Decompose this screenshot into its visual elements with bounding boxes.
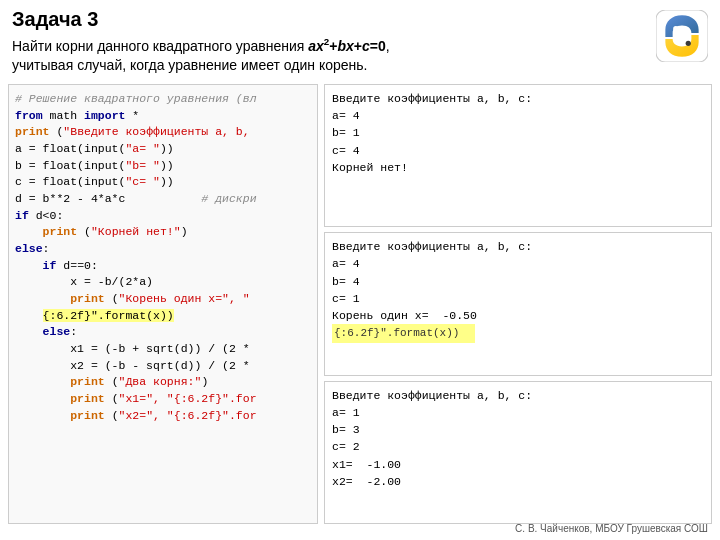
out3-line5: x1= -1.00 xyxy=(332,456,704,473)
code-line: d = b**2 - 4*a*c # дискри xyxy=(15,191,311,208)
code-line: print ("Корней нет!") xyxy=(15,224,311,241)
out1-line3: b= 1 xyxy=(332,124,704,141)
code-line: c = float(input("c= ")) xyxy=(15,174,311,191)
out2-highlight: {:6.2f}".format(x)) xyxy=(332,324,475,343)
code-line: print ("Введите коэффициенты a, b, xyxy=(15,124,311,141)
svg-point-2 xyxy=(686,41,691,46)
code-line: print ("Корень один x=", " xyxy=(15,291,311,308)
out3-line2: a= 1 xyxy=(332,404,704,421)
out2-line4: c= 1 xyxy=(332,290,704,307)
code-line: print ("x2=", "{:6.2f}".for xyxy=(15,408,311,425)
out3-line3: b= 3 xyxy=(332,421,704,438)
code-line: {:6.2f}".format(x)) xyxy=(15,308,311,325)
code-line: if d==0: xyxy=(15,258,311,275)
code-line: x1 = (-b + sqrt(d)) / (2 * xyxy=(15,341,311,358)
output-panel-3: Введите коэффициенты a, b, c: a= 1 b= 3 … xyxy=(324,381,712,524)
header-text-block: Задача 3 Найти корни данного квадратного… xyxy=(12,8,644,76)
out2-line3: b= 4 xyxy=(332,273,704,290)
out2-line2: a= 4 xyxy=(332,255,704,272)
out2-line1: Введите коэффициенты a, b, c: xyxy=(332,238,704,255)
out1-line1: Введите коэффициенты a, b, c: xyxy=(332,90,704,107)
header: Задача 3 Найти корни данного квадратного… xyxy=(0,0,720,84)
task-subtitle: Найти корни данного квадратного уравнени… xyxy=(12,35,644,76)
code-line: # Решение квадратного уравнения (вл xyxy=(15,91,311,108)
out3-line4: c= 2 xyxy=(332,438,704,455)
out1-line2: a= 4 xyxy=(332,107,704,124)
code-line: else: xyxy=(15,324,311,341)
code-line: else: xyxy=(15,241,311,258)
out2-line5: Корень один x= -0.50 xyxy=(332,307,704,324)
out3-line6: x2= -2.00 xyxy=(332,473,704,490)
code-line: print ("x1=", "{:6.2f}".for xyxy=(15,391,311,408)
output-panels: Введите коэффициенты a, b, c: a= 4 b= 1 … xyxy=(324,84,712,524)
footer-text: С. В. Чайченков, МБОУ Грушевская СОШ xyxy=(515,523,708,534)
main-content: # Решение квадратного уравнения (вл from… xyxy=(0,84,720,524)
code-line: x = -b/(2*a) xyxy=(15,274,311,291)
out1-line5: Корней нет! xyxy=(332,159,704,176)
code-panel: # Решение квадратного уравнения (вл from… xyxy=(8,84,318,524)
task-label: Задача 3 xyxy=(12,8,98,30)
output-panel-2: Введите коэффициенты a, b, c: a= 4 b= 4 … xyxy=(324,232,712,375)
code-line: from math import * xyxy=(15,108,311,125)
out1-line4: c= 4 xyxy=(332,142,704,159)
code-line: if d<0: xyxy=(15,208,311,225)
code-line: a = float(input("a= ")) xyxy=(15,141,311,158)
code-line: x2 = (-b - sqrt(d)) / (2 * xyxy=(15,358,311,375)
code-line: b = float(input("b= ")) xyxy=(15,158,311,175)
python-logo-icon xyxy=(656,10,708,62)
output-panel-1: Введите коэффициенты a, b, c: a= 4 b= 1 … xyxy=(324,84,712,227)
svg-point-1 xyxy=(673,26,678,31)
task-title: Задача 3 xyxy=(12,8,644,31)
footer: С. В. Чайченков, МБОУ Грушевская СОШ xyxy=(515,523,708,534)
out3-line1: Введите коэффициенты a, b, c: xyxy=(332,387,704,404)
code-line: print ("Два корня:") xyxy=(15,374,311,391)
